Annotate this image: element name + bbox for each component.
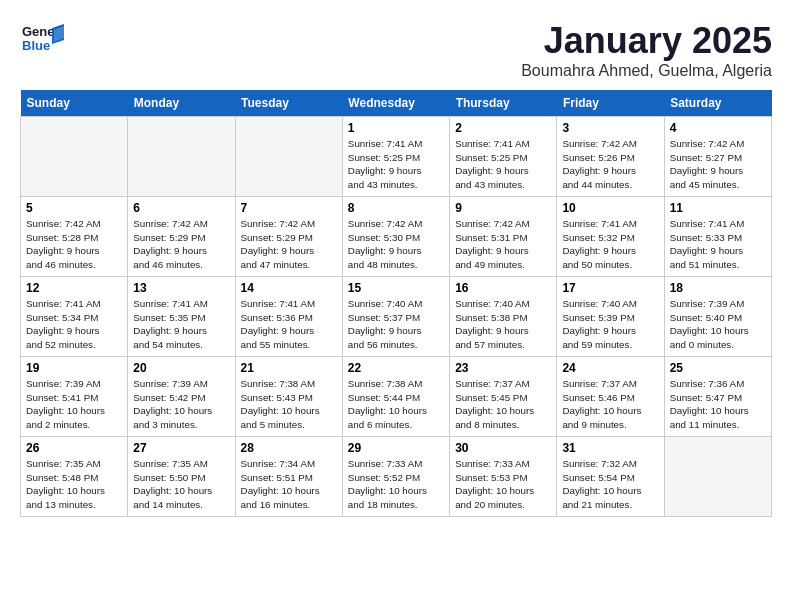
day-info: Sunrise: 7:41 AM Sunset: 5:35 PM Dayligh… bbox=[133, 297, 229, 352]
day-info: Sunrise: 7:42 AM Sunset: 5:31 PM Dayligh… bbox=[455, 217, 551, 272]
weekday-header: Monday bbox=[128, 90, 235, 117]
logo: General Blue bbox=[20, 20, 64, 56]
day-number: 3 bbox=[562, 121, 658, 135]
calendar-cell: 2Sunrise: 7:41 AM Sunset: 5:25 PM Daylig… bbox=[450, 117, 557, 197]
calendar-cell: 16Sunrise: 7:40 AM Sunset: 5:38 PM Dayli… bbox=[450, 277, 557, 357]
day-info: Sunrise: 7:42 AM Sunset: 5:27 PM Dayligh… bbox=[670, 137, 766, 192]
day-number: 23 bbox=[455, 361, 551, 375]
day-number: 20 bbox=[133, 361, 229, 375]
day-number: 22 bbox=[348, 361, 444, 375]
day-number: 2 bbox=[455, 121, 551, 135]
day-info: Sunrise: 7:42 AM Sunset: 5:26 PM Dayligh… bbox=[562, 137, 658, 192]
day-number: 6 bbox=[133, 201, 229, 215]
weekday-header: Tuesday bbox=[235, 90, 342, 117]
day-number: 31 bbox=[562, 441, 658, 455]
day-number: 25 bbox=[670, 361, 766, 375]
weekday-header: Wednesday bbox=[342, 90, 449, 117]
calendar-cell: 23Sunrise: 7:37 AM Sunset: 5:45 PM Dayli… bbox=[450, 357, 557, 437]
calendar-cell: 27Sunrise: 7:35 AM Sunset: 5:50 PM Dayli… bbox=[128, 437, 235, 517]
calendar-cell: 19Sunrise: 7:39 AM Sunset: 5:41 PM Dayli… bbox=[21, 357, 128, 437]
title-block: January 2025 Boumahra Ahmed, Guelma, Alg… bbox=[521, 20, 772, 80]
weekday-header-row: SundayMondayTuesdayWednesdayThursdayFrid… bbox=[21, 90, 772, 117]
calendar-cell: 7Sunrise: 7:42 AM Sunset: 5:29 PM Daylig… bbox=[235, 197, 342, 277]
day-number: 9 bbox=[455, 201, 551, 215]
calendar-cell: 1Sunrise: 7:41 AM Sunset: 5:25 PM Daylig… bbox=[342, 117, 449, 197]
day-number: 18 bbox=[670, 281, 766, 295]
calendar-cell: 28Sunrise: 7:34 AM Sunset: 5:51 PM Dayli… bbox=[235, 437, 342, 517]
week-row: 12Sunrise: 7:41 AM Sunset: 5:34 PM Dayli… bbox=[21, 277, 772, 357]
calendar-cell: 11Sunrise: 7:41 AM Sunset: 5:33 PM Dayli… bbox=[664, 197, 771, 277]
day-info: Sunrise: 7:41 AM Sunset: 5:34 PM Dayligh… bbox=[26, 297, 122, 352]
day-number: 19 bbox=[26, 361, 122, 375]
calendar-cell: 22Sunrise: 7:38 AM Sunset: 5:44 PM Dayli… bbox=[342, 357, 449, 437]
day-number: 10 bbox=[562, 201, 658, 215]
calendar-cell: 29Sunrise: 7:33 AM Sunset: 5:52 PM Dayli… bbox=[342, 437, 449, 517]
calendar-cell: 30Sunrise: 7:33 AM Sunset: 5:53 PM Dayli… bbox=[450, 437, 557, 517]
week-row: 26Sunrise: 7:35 AM Sunset: 5:48 PM Dayli… bbox=[21, 437, 772, 517]
day-number: 13 bbox=[133, 281, 229, 295]
day-number: 21 bbox=[241, 361, 337, 375]
week-row: 1Sunrise: 7:41 AM Sunset: 5:25 PM Daylig… bbox=[21, 117, 772, 197]
day-info: Sunrise: 7:41 AM Sunset: 5:32 PM Dayligh… bbox=[562, 217, 658, 272]
calendar-cell: 26Sunrise: 7:35 AM Sunset: 5:48 PM Dayli… bbox=[21, 437, 128, 517]
week-row: 5Sunrise: 7:42 AM Sunset: 5:28 PM Daylig… bbox=[21, 197, 772, 277]
day-number: 29 bbox=[348, 441, 444, 455]
calendar-cell: 3Sunrise: 7:42 AM Sunset: 5:26 PM Daylig… bbox=[557, 117, 664, 197]
day-info: Sunrise: 7:42 AM Sunset: 5:28 PM Dayligh… bbox=[26, 217, 122, 272]
day-number: 27 bbox=[133, 441, 229, 455]
day-number: 7 bbox=[241, 201, 337, 215]
day-info: Sunrise: 7:35 AM Sunset: 5:48 PM Dayligh… bbox=[26, 457, 122, 512]
day-info: Sunrise: 7:40 AM Sunset: 5:39 PM Dayligh… bbox=[562, 297, 658, 352]
day-number: 5 bbox=[26, 201, 122, 215]
weekday-header: Sunday bbox=[21, 90, 128, 117]
day-info: Sunrise: 7:37 AM Sunset: 5:45 PM Dayligh… bbox=[455, 377, 551, 432]
month-title: January 2025 bbox=[521, 20, 772, 62]
calendar-cell bbox=[235, 117, 342, 197]
calendar-cell: 6Sunrise: 7:42 AM Sunset: 5:29 PM Daylig… bbox=[128, 197, 235, 277]
day-info: Sunrise: 7:36 AM Sunset: 5:47 PM Dayligh… bbox=[670, 377, 766, 432]
day-number: 11 bbox=[670, 201, 766, 215]
svg-text:Blue: Blue bbox=[22, 38, 50, 53]
calendar-cell: 13Sunrise: 7:41 AM Sunset: 5:35 PM Dayli… bbox=[128, 277, 235, 357]
calendar-cell: 25Sunrise: 7:36 AM Sunset: 5:47 PM Dayli… bbox=[664, 357, 771, 437]
day-number: 4 bbox=[670, 121, 766, 135]
day-info: Sunrise: 7:33 AM Sunset: 5:53 PM Dayligh… bbox=[455, 457, 551, 512]
location-title: Boumahra Ahmed, Guelma, Algeria bbox=[521, 62, 772, 80]
calendar-cell bbox=[128, 117, 235, 197]
day-info: Sunrise: 7:39 AM Sunset: 5:41 PM Dayligh… bbox=[26, 377, 122, 432]
calendar-cell: 17Sunrise: 7:40 AM Sunset: 5:39 PM Dayli… bbox=[557, 277, 664, 357]
logo-icon: General Blue bbox=[20, 20, 64, 56]
day-info: Sunrise: 7:38 AM Sunset: 5:43 PM Dayligh… bbox=[241, 377, 337, 432]
weekday-header: Saturday bbox=[664, 90, 771, 117]
day-info: Sunrise: 7:42 AM Sunset: 5:29 PM Dayligh… bbox=[133, 217, 229, 272]
day-info: Sunrise: 7:34 AM Sunset: 5:51 PM Dayligh… bbox=[241, 457, 337, 512]
day-info: Sunrise: 7:41 AM Sunset: 5:33 PM Dayligh… bbox=[670, 217, 766, 272]
calendar-cell bbox=[21, 117, 128, 197]
day-info: Sunrise: 7:42 AM Sunset: 5:29 PM Dayligh… bbox=[241, 217, 337, 272]
day-number: 14 bbox=[241, 281, 337, 295]
page-header: General Blue January 2025 Boumahra Ahmed… bbox=[20, 20, 772, 80]
calendar-cell: 18Sunrise: 7:39 AM Sunset: 5:40 PM Dayli… bbox=[664, 277, 771, 357]
day-info: Sunrise: 7:32 AM Sunset: 5:54 PM Dayligh… bbox=[562, 457, 658, 512]
day-info: Sunrise: 7:40 AM Sunset: 5:37 PM Dayligh… bbox=[348, 297, 444, 352]
day-info: Sunrise: 7:41 AM Sunset: 5:25 PM Dayligh… bbox=[455, 137, 551, 192]
day-info: Sunrise: 7:35 AM Sunset: 5:50 PM Dayligh… bbox=[133, 457, 229, 512]
calendar-cell: 14Sunrise: 7:41 AM Sunset: 5:36 PM Dayli… bbox=[235, 277, 342, 357]
day-number: 30 bbox=[455, 441, 551, 455]
day-number: 15 bbox=[348, 281, 444, 295]
calendar-cell: 20Sunrise: 7:39 AM Sunset: 5:42 PM Dayli… bbox=[128, 357, 235, 437]
day-number: 28 bbox=[241, 441, 337, 455]
calendar-cell: 5Sunrise: 7:42 AM Sunset: 5:28 PM Daylig… bbox=[21, 197, 128, 277]
day-number: 17 bbox=[562, 281, 658, 295]
calendar-cell: 4Sunrise: 7:42 AM Sunset: 5:27 PM Daylig… bbox=[664, 117, 771, 197]
day-info: Sunrise: 7:39 AM Sunset: 5:42 PM Dayligh… bbox=[133, 377, 229, 432]
calendar-cell: 15Sunrise: 7:40 AM Sunset: 5:37 PM Dayli… bbox=[342, 277, 449, 357]
calendar-cell: 24Sunrise: 7:37 AM Sunset: 5:46 PM Dayli… bbox=[557, 357, 664, 437]
day-info: Sunrise: 7:37 AM Sunset: 5:46 PM Dayligh… bbox=[562, 377, 658, 432]
weekday-header: Thursday bbox=[450, 90, 557, 117]
calendar-cell: 10Sunrise: 7:41 AM Sunset: 5:32 PM Dayli… bbox=[557, 197, 664, 277]
day-number: 24 bbox=[562, 361, 658, 375]
calendar-cell: 31Sunrise: 7:32 AM Sunset: 5:54 PM Dayli… bbox=[557, 437, 664, 517]
week-row: 19Sunrise: 7:39 AM Sunset: 5:41 PM Dayli… bbox=[21, 357, 772, 437]
weekday-header: Friday bbox=[557, 90, 664, 117]
